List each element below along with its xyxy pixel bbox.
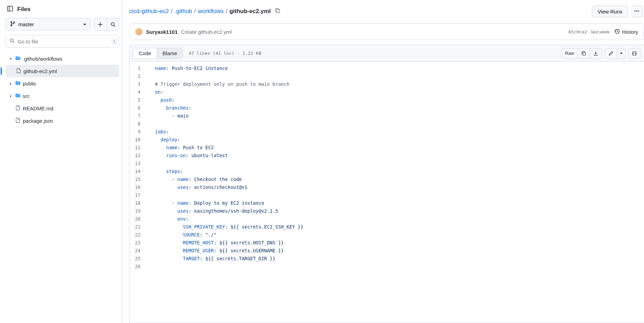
tree-label: README.md [23, 105, 53, 111]
file-icon [15, 105, 21, 112]
line-number: 12 [129, 152, 147, 160]
code-line[interactable]: 12 runs-on: ubuntu-latest [129, 152, 644, 160]
branch-name: master [18, 21, 34, 27]
svg-rect-9 [277, 10, 280, 13]
sidebar-panel-icon[interactable] [7, 6, 13, 13]
add-file-button[interactable] [94, 18, 106, 31]
line-number: 20 [129, 215, 147, 223]
code-line[interactable]: 19 uses: easingthemes/ssh-deploy@v2.1.5 [129, 207, 644, 215]
raw-button[interactable]: Raw [561, 48, 578, 59]
code-line[interactable]: 4on: [129, 88, 644, 96]
download-raw-button[interactable] [590, 48, 602, 59]
copy-raw-button[interactable] [578, 48, 590, 59]
view-runs-button[interactable]: View Runs [592, 6, 628, 17]
tree-file-readme[interactable]: README.md [6, 102, 119, 114]
file-view-box: Code Blame 47 lines (41 loc) · 1.22 KB R… [129, 45, 644, 323]
code-line[interactable]: 14 steps: [129, 168, 644, 175]
breadcrumb-repo[interactable]: cicd-github-ec2 [129, 8, 169, 15]
avatar[interactable] [135, 28, 143, 36]
edit-file-button[interactable] [605, 48, 617, 59]
line-number: 17 [129, 191, 147, 199]
svg-point-3 [11, 25, 12, 26]
tab-blame[interactable]: Blame [157, 48, 183, 59]
code-line[interactable]: 3# Trigger deployment only on push to ma… [129, 80, 644, 88]
commit-message[interactable]: Create github-ec2.yml [181, 29, 232, 35]
commit-author[interactable]: Suryask1101 [146, 29, 178, 35]
line-number: 7 [129, 112, 147, 120]
tree-label: public [23, 81, 36, 87]
line-number: 14 [129, 168, 147, 175]
code-line[interactable]: 16 uses: actions/checkout@v1 [129, 183, 644, 191]
code-line[interactable]: 15 - name: Checkout the code [129, 175, 644, 183]
code-content: uses: easingthemes/ssh-deploy@v2.1.5 [147, 207, 278, 215]
tree-folder-public[interactable]: public [6, 77, 119, 90]
code-content: REMOTE_HOST: ${{ secrets.HOST_DNS }} [147, 239, 284, 247]
file-icon [16, 68, 21, 74]
breadcrumb-path-1[interactable]: .github [175, 8, 192, 15]
edit-file-dropdown[interactable] [617, 48, 625, 59]
svg-line-6 [114, 26, 115, 27]
line-number: 25 [129, 255, 147, 263]
copy-path-icon[interactable] [275, 8, 280, 15]
code-line[interactable]: 13 [129, 160, 644, 168]
code-line[interactable]: 18 - name: Deploy to my EC2 instance [129, 199, 644, 207]
code-area[interactable]: 1name: Push-to-EC2 instance23# Trigger d… [129, 62, 644, 323]
line-number: 24 [129, 247, 147, 255]
line-number: 16 [129, 183, 147, 191]
branch-select-button[interactable]: master [6, 18, 91, 30]
code-content [147, 191, 155, 199]
code-content: branches: [147, 104, 191, 112]
svg-point-11 [636, 10, 637, 11]
code-line[interactable]: 21 SSH_PRIVATE_KEY: ${{ secrets.EC2_SSH_… [129, 223, 644, 231]
code-line[interactable]: 5 push: [129, 96, 644, 104]
more-actions-button[interactable] [631, 6, 643, 17]
main-content: cicd-github-ec2 / .github / workflows / … [122, 0, 644, 323]
code-line[interactable]: 11 name: Push to EC2 [129, 144, 644, 152]
code-line[interactable]: 22 SOURCE: "./" [129, 231, 644, 239]
go-to-file-input[interactable] [18, 39, 115, 44]
line-number: 8 [129, 120, 147, 128]
code-content [147, 120, 155, 128]
line-number: 9 [129, 128, 147, 136]
code-line[interactable]: 9jobs: [129, 128, 644, 136]
go-to-file-search[interactable]: t [6, 35, 119, 48]
tree-file-github-ec2[interactable]: github-ec2.yml [6, 65, 119, 77]
code-line[interactable]: 17 [129, 191, 644, 199]
file-icon [15, 118, 21, 124]
svg-rect-14 [583, 52, 585, 55]
code-content: name: Push to EC2 [147, 144, 214, 152]
code-line[interactable]: 8 [129, 120, 644, 128]
code-content: steps: [147, 168, 183, 175]
code-line[interactable]: 6 branches: [129, 104, 644, 112]
code-content: runs-on: ubuntu-latest [147, 152, 228, 160]
code-line[interactable]: 1name: Push-to-EC2 instance [129, 64, 644, 72]
tree-folder-workflows[interactable]: .github/workflows [6, 52, 119, 65]
line-number: 6 [129, 104, 147, 112]
code-line[interactable]: 7 - main [129, 112, 644, 120]
code-line[interactable]: 24 REMOTE_USER: ${{ secrets.USERNAME }} [129, 247, 644, 255]
code-content: - name: Deploy to my EC2 instance [147, 199, 264, 207]
commit-hash[interactable]: 65c0ce2 [568, 29, 587, 34]
symbols-button[interactable] [628, 48, 641, 59]
code-content: uses: actions/checkout@v1 [147, 183, 247, 191]
line-number: 21 [129, 223, 147, 231]
tree-file-package[interactable]: package.json [6, 114, 119, 127]
code-line[interactable]: 20 env: [129, 215, 644, 223]
line-number: 19 [129, 207, 147, 215]
breadcrumb-path-2[interactable]: workflows [198, 8, 224, 15]
code-line[interactable]: 25 TARGET: ${{ secrets.TARGET_DIR }} [129, 255, 644, 263]
code-content: env: [147, 215, 189, 223]
code-line[interactable]: 2 [129, 72, 644, 80]
code-line[interactable]: 10 deploy: [129, 136, 644, 144]
history-link[interactable]: History [614, 29, 638, 35]
tab-code[interactable]: Code [133, 48, 157, 59]
line-number: 13 [129, 160, 147, 168]
chevron-right-icon [8, 93, 13, 99]
code-line[interactable]: 23 REMOTE_HOST: ${{ secrets.HOST_DNS }} [129, 239, 644, 247]
search-tree-button[interactable] [106, 18, 119, 31]
tree-folder-src[interactable]: src [6, 90, 119, 102]
tree-label: src [23, 93, 30, 99]
code-content: push: [147, 96, 175, 104]
chevron-right-icon [8, 81, 13, 87]
chevron-down-icon [8, 56, 13, 62]
